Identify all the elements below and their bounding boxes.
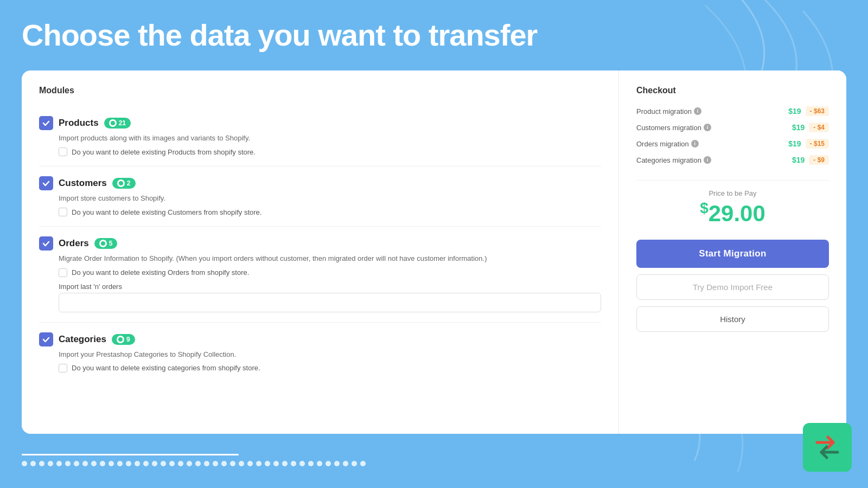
dot bbox=[65, 461, 71, 466]
sub-checkbox-orders[interactable] bbox=[59, 268, 67, 277]
module-name-products: Products bbox=[59, 118, 99, 129]
dot bbox=[256, 461, 261, 466]
checkout-title: Checkout bbox=[636, 86, 829, 95]
dot bbox=[230, 461, 235, 466]
info-icon-0[interactable]: i bbox=[694, 107, 701, 115]
module-item-orders: Orders 5 Migrate Order Information to Sh… bbox=[39, 227, 601, 322]
module-badge-categories: 9 bbox=[112, 334, 135, 345]
pricing-values-2: $19 - $15 bbox=[788, 139, 829, 149]
dot bbox=[161, 461, 166, 466]
price-divider bbox=[636, 180, 829, 181]
dot bbox=[273, 461, 279, 466]
module-description-products: Import products along with its images an… bbox=[59, 133, 601, 143]
dot bbox=[187, 461, 192, 466]
pricing-discount-2: - $15 bbox=[806, 139, 829, 149]
bottom-dots bbox=[22, 461, 366, 466]
sub-checkbox-products[interactable] bbox=[59, 147, 67, 156]
dot bbox=[39, 461, 44, 466]
info-icon-3[interactable]: i bbox=[704, 156, 711, 164]
pricing-price-3: $19 bbox=[792, 156, 805, 164]
dot bbox=[334, 461, 340, 466]
module-checkbox-customers[interactable] bbox=[39, 176, 53, 190]
pricing-row-0: Product migration i $19 - $63 bbox=[636, 106, 829, 116]
pricing-price-1: $19 bbox=[792, 123, 805, 132]
modules-list: Products 21 Import products along with i… bbox=[39, 106, 601, 382]
module-description-orders: Migrate Order Information to Shopify. (W… bbox=[59, 254, 601, 264]
dot bbox=[360, 461, 366, 466]
module-header-categories: Categories 9 bbox=[39, 332, 601, 346]
module-sub-option-orders: Do you want to delete existing Orders fr… bbox=[59, 268, 601, 277]
pricing-label-2: Orders migration i bbox=[636, 140, 699, 148]
module-sub-option-customers: Do you want to delete existing Customers… bbox=[59, 208, 601, 216]
module-badge-customers: 2 bbox=[112, 178, 136, 189]
dot bbox=[22, 461, 27, 466]
pricing-rows: Product migration i $19 - $63 Customers … bbox=[636, 106, 829, 171]
module-checkbox-products[interactable] bbox=[39, 116, 53, 130]
dot bbox=[30, 461, 36, 466]
dot bbox=[143, 461, 149, 466]
sub-checkbox-categories[interactable] bbox=[59, 364, 67, 373]
dot bbox=[91, 461, 97, 466]
currency-symbol: $ bbox=[700, 200, 709, 216]
dot bbox=[221, 461, 227, 466]
progress-bar bbox=[22, 454, 239, 455]
module-item-categories: Categories 9 Import your Prestashop Cate… bbox=[39, 323, 601, 382]
pricing-price-2: $19 bbox=[788, 139, 801, 148]
module-badge-orders: 5 bbox=[94, 238, 118, 249]
module-name-customers: Customers bbox=[59, 178, 107, 189]
pricing-row-1: Customers migration i $19 - $4 bbox=[636, 123, 829, 132]
module-checkbox-categories[interactable] bbox=[39, 332, 53, 346]
dot bbox=[48, 461, 53, 466]
pricing-discount-1: - $4 bbox=[809, 123, 829, 132]
pricing-row-3: Categories migration i $19 - $9 bbox=[636, 155, 829, 165]
pricing-discount-3: - $9 bbox=[809, 155, 829, 165]
corner-transfer-icon[interactable] bbox=[803, 423, 852, 472]
pricing-discount-0: - $63 bbox=[806, 106, 829, 116]
history-button[interactable]: History bbox=[636, 306, 829, 332]
sub-label-customers: Do you want to delete existing Customers… bbox=[72, 208, 261, 216]
module-badge-products: 21 bbox=[104, 118, 131, 129]
page-title: Choose the data you want to transfer bbox=[22, 17, 537, 53]
checkmark-icon bbox=[42, 239, 50, 248]
sub-label-orders: Do you want to delete existing Orders fr… bbox=[72, 268, 249, 277]
module-name-orders: Orders bbox=[59, 238, 89, 249]
dot bbox=[74, 461, 79, 466]
import-last-input[interactable] bbox=[59, 293, 601, 312]
dot bbox=[317, 461, 322, 466]
dot bbox=[169, 461, 175, 466]
pricing-label-1: Customers migration i bbox=[636, 124, 711, 132]
start-migration-button[interactable]: Start Migration bbox=[636, 240, 829, 268]
total-price-value: 29.00 bbox=[709, 201, 765, 226]
module-description-categories: Import your Prestashop Categories to Sho… bbox=[59, 350, 601, 359]
info-icon-2[interactable]: i bbox=[691, 140, 699, 147]
module-sub-option-products: Do you want to delete existing Products … bbox=[59, 147, 601, 156]
module-name-categories: Categories bbox=[59, 334, 106, 345]
dot bbox=[100, 461, 105, 466]
dot bbox=[135, 461, 140, 466]
sub-label-categories: Do you want to delete existing categorie… bbox=[72, 364, 260, 372]
checkout-panel: Checkout Product migration i $19 - $63 C… bbox=[618, 70, 846, 434]
pricing-label-3: Categories migration i bbox=[636, 156, 711, 164]
dot bbox=[352, 461, 357, 466]
dot bbox=[299, 461, 305, 466]
transfer-arrows-icon bbox=[813, 433, 842, 462]
checkmark-icon bbox=[42, 179, 50, 188]
module-checkbox-orders[interactable] bbox=[39, 236, 53, 251]
dot bbox=[204, 461, 209, 466]
dot bbox=[82, 461, 88, 466]
main-card: Modules Products 21 Import products alon… bbox=[22, 70, 846, 434]
dot bbox=[239, 461, 244, 466]
sub-checkbox-customers[interactable] bbox=[59, 208, 67, 216]
dot bbox=[265, 461, 270, 466]
dot bbox=[308, 461, 314, 466]
checkmark-icon bbox=[42, 119, 50, 127]
dot bbox=[178, 461, 183, 466]
info-icon-1[interactable]: i bbox=[704, 124, 711, 131]
pricing-label-0: Product migration i bbox=[636, 107, 701, 115]
dot bbox=[291, 461, 296, 466]
modules-title: Modules bbox=[39, 86, 601, 95]
demo-import-button[interactable]: Try Demo Import Free bbox=[636, 274, 829, 300]
checkmark-icon bbox=[42, 335, 50, 344]
module-header-orders: Orders 5 bbox=[39, 236, 601, 251]
dot bbox=[326, 461, 331, 466]
